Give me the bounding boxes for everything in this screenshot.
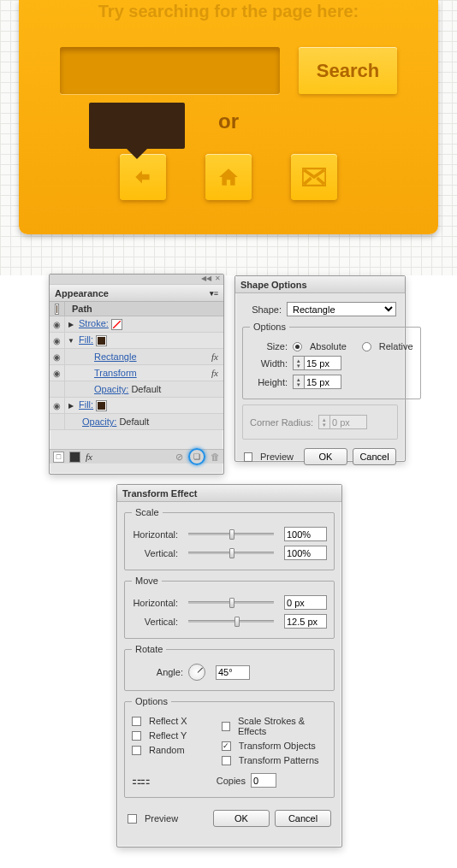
angle-label: Angle:: [154, 667, 183, 677]
width-field[interactable]: ▴▾: [293, 356, 341, 370]
fx-icon[interactable]: fx: [206, 351, 223, 362]
scale-strokes-checkbox[interactable]: [222, 722, 230, 731]
nine-point-icon[interactable]: ⚏⚏: [132, 774, 152, 787]
visibility-toggle[interactable]: ◉: [50, 365, 65, 381]
rotate-legend: Rotate: [132, 644, 166, 654]
or-divider-label: or: [19, 109, 438, 133]
effect-transform-row[interactable]: ◉ Transform fx: [50, 365, 223, 381]
panel-tabbar: ◀◀✕: [50, 275, 223, 285]
opacity-label[interactable]: Opacity:: [94, 384, 128, 394]
scale-v-slider[interactable]: [183, 552, 279, 554]
reflect-y-checkbox[interactable]: [132, 731, 141, 741]
width-input[interactable]: [304, 356, 341, 370]
copies-input[interactable]: [251, 773, 276, 788]
trash-icon[interactable]: 🗑: [211, 452, 220, 462]
reflect-x-checkbox[interactable]: [132, 717, 141, 726]
search-input[interactable]: [60, 47, 280, 94]
height-input[interactable]: [304, 375, 341, 389]
fill-row[interactable]: ◉ ▼ Fill:: [50, 333, 223, 349]
cancel-button[interactable]: Cancel: [275, 810, 331, 827]
expand-icon[interactable]: ▼: [65, 337, 77, 345]
fill-label[interactable]: Fill:: [79, 399, 93, 410]
expand-icon[interactable]: ▶: [65, 402, 77, 410]
fill-swatch-icon[interactable]: [96, 335, 107, 346]
visibility-toggle[interactable]: ◉: [50, 316, 65, 332]
scale-v-label: Vertical:: [132, 548, 178, 558]
move-fieldset: Move Horizontal: Vertical:: [124, 576, 335, 639]
effect-rectangle-row[interactable]: ◉ Rectangle fx: [50, 349, 223, 365]
corner-field: ▴▾: [318, 415, 367, 429]
reflect-x-label: Reflect X: [149, 716, 187, 726]
no-fill-icon[interactable]: □: [53, 452, 64, 463]
opacity-label[interactable]: Opacity:: [82, 416, 116, 427]
transform-effect-dialog: Transform Effect Scale Horizontal: Verti…: [116, 484, 342, 847]
height-label: Height:: [250, 377, 288, 387]
preview-checkbox[interactable]: [244, 452, 252, 462]
appearance-footer: □ fx ⊘ ❏ 🗑: [50, 449, 223, 464]
fill-swatch-icon[interactable]: [96, 400, 107, 411]
add-effect-button[interactable]: fx: [86, 452, 92, 462]
none-swatch-icon[interactable]: [111, 319, 122, 330]
spinner-icon[interactable]: ▴▾: [293, 356, 304, 370]
scale-v-input[interactable]: [284, 546, 327, 560]
height-field[interactable]: ▴▾: [293, 375, 341, 389]
relative-radio[interactable]: [362, 342, 371, 351]
stroke-pick-icon[interactable]: [69, 452, 80, 463]
corner-fieldset: Corner Radius: ▴▾: [242, 404, 398, 440]
mail-button[interactable]: [291, 154, 337, 200]
transform-patterns-checkbox[interactable]: [222, 756, 231, 765]
angle-dial[interactable]: [188, 664, 205, 681]
ok-button[interactable]: OK: [213, 810, 270, 827]
collapse-icon[interactable]: ◀◀: [201, 275, 211, 284]
opacity-value: Default: [131, 384, 161, 394]
search-card: Try searching for the page here: Search …: [19, 0, 438, 234]
expand-icon[interactable]: ▶: [65, 321, 77, 328]
scale-h-label: Horizontal:: [132, 529, 178, 540]
appearance-target-row[interactable]: Path: [50, 302, 223, 316]
search-button[interactable]: Search: [299, 47, 397, 94]
fill-label[interactable]: Fill:: [79, 334, 93, 345]
spinner-icon[interactable]: ▴▾: [293, 375, 304, 389]
move-v-slider[interactable]: [183, 620, 279, 623]
shape-select[interactable]: Rectangle: [287, 302, 396, 316]
opacity-row-2[interactable]: Opacity: Default: [50, 414, 223, 430]
relative-label: Relative: [379, 341, 413, 351]
close-icon[interactable]: ✕: [215, 275, 221, 284]
stroke-label[interactable]: Stroke:: [79, 318, 109, 328]
random-checkbox[interactable]: [132, 746, 141, 755]
ok-button[interactable]: OK: [304, 448, 347, 465]
duplicate-button[interactable]: ❏: [188, 448, 205, 465]
copies-label: Copies: [208, 776, 246, 786]
transform-objects-label: Transform Objects: [239, 741, 316, 751]
preview-label: Preview: [145, 813, 178, 824]
move-h-slider[interactable]: [183, 601, 279, 604]
scale-legend: Scale: [132, 507, 163, 517]
angle-input[interactable]: [216, 665, 250, 680]
opacity-row[interactable]: Opacity: Default: [50, 381, 223, 398]
rectangle-effect-label[interactable]: Rectangle: [94, 351, 137, 362]
stroke-row[interactable]: ◉ ▶ Stroke:: [50, 316, 223, 333]
scale-h-input[interactable]: [284, 527, 327, 541]
fx-icon[interactable]: fx: [206, 368, 223, 378]
absolute-radio[interactable]: [293, 342, 302, 351]
visibility-toggle[interactable]: ◉: [50, 398, 65, 413]
scale-strokes-label: Scale Strokes & Effects: [238, 716, 327, 736]
move-v-label: Vertical:: [132, 617, 178, 627]
transform-objects-checkbox[interactable]: [222, 741, 231, 751]
cancel-button[interactable]: Cancel: [353, 448, 396, 465]
move-v-input[interactable]: [284, 614, 327, 629]
scale-h-slider[interactable]: [183, 533, 279, 535]
target-name: Path: [65, 304, 92, 314]
visibility-toggle[interactable]: ◉: [50, 349, 65, 364]
transform-effect-label[interactable]: Transform: [94, 368, 137, 378]
clear-icon[interactable]: ⊘: [175, 452, 183, 463]
appearance-title: Appearance▾≡: [50, 285, 223, 302]
fill-row-2[interactable]: ◉ ▶ Fill:: [50, 398, 223, 414]
home-button[interactable]: [205, 154, 252, 200]
options-fieldset: Options Reflect X Reflect Y Random Scale…: [124, 696, 335, 798]
panel-menu-icon[interactable]: ▾≡: [210, 285, 218, 301]
move-h-input[interactable]: [284, 595, 327, 610]
mail-icon: [302, 168, 326, 186]
visibility-toggle[interactable]: ◉: [50, 333, 65, 348]
preview-checkbox[interactable]: [128, 814, 137, 824]
